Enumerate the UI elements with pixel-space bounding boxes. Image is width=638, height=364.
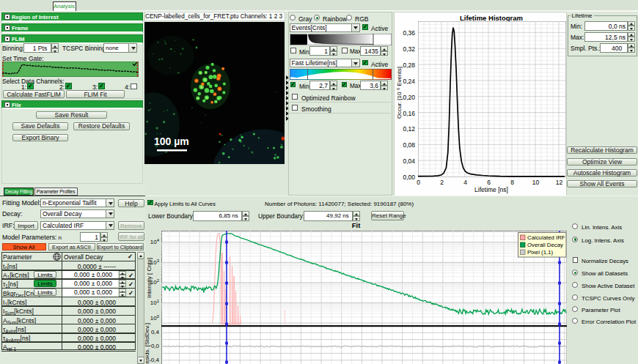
svg-text:Overall Decay: Overall Decay [527,242,563,248]
svg-text:Calculated IRF: Calculated IRF [527,234,565,241]
svg-text:100 µm: 100 µm [154,135,189,147]
svg-text:Pixel (1,1): Pixel (1,1) [527,249,554,256]
